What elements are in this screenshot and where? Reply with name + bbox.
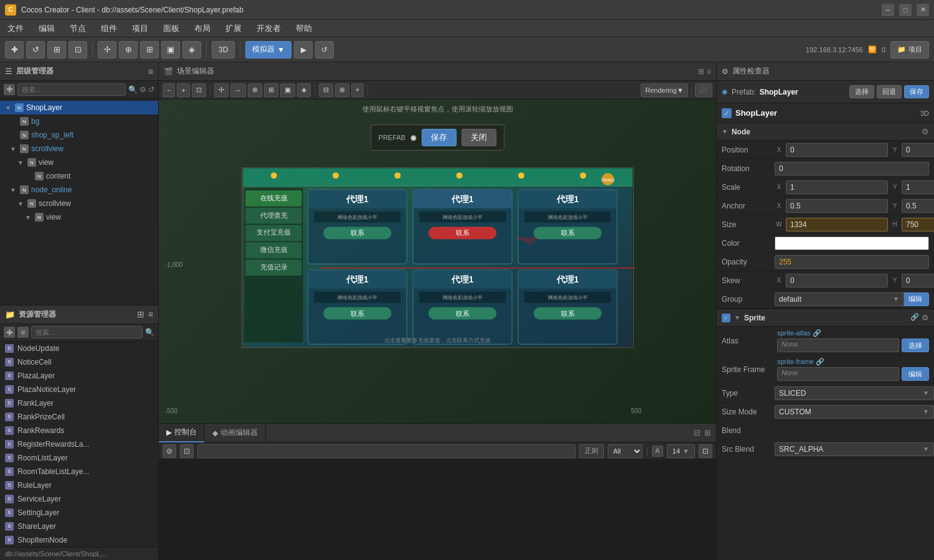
tab-console[interactable]: ▶ 控制台 <box>159 424 205 442</box>
section-gear-icon[interactable]: ⚙ <box>922 127 929 136</box>
menu-panel[interactable]: 面板 <box>161 22 182 35</box>
rotation-input[interactable] <box>775 162 929 175</box>
menu-file[interactable]: 文件 <box>5 22 26 35</box>
scene-menu-btn[interactable]: ≡ <box>707 67 711 76</box>
asset-registerrewards[interactable]: S RegisterRewardsLa... <box>0 437 158 451</box>
group-edit-btn[interactable]: 编辑 <box>902 292 929 306</box>
project-button[interactable]: 📁 项目 <box>890 41 929 58</box>
group-select[interactable]: default <box>775 292 904 306</box>
scene-tool-1[interactable]: ✢ <box>214 83 229 97</box>
tree-node-view-1[interactable]: ▼ N view <box>0 156 158 169</box>
sprite-frame-link[interactable]: sprite-frame 🔗 <box>777 358 824 366</box>
scene-tool-3[interactable]: ⊕ <box>248 83 262 97</box>
play-button[interactable]: ▶ <box>294 41 313 58</box>
save-dialog-close-btn[interactable]: 关闭 <box>461 129 496 146</box>
scale-x-input[interactable] <box>786 180 888 194</box>
3d-button[interactable]: 3D <box>212 41 235 58</box>
scene-tool-9[interactable]: ⌖ <box>351 83 364 97</box>
anchor-y-input[interactable] <box>902 199 934 213</box>
tree-node-node-online[interactable]: ▼ N node_online <box>0 183 158 197</box>
assets-expand-btn[interactable]: ⊞ <box>137 309 144 319</box>
opacity-input[interactable] <box>775 255 929 269</box>
sprite-gear-icon[interactable]: ⚙ <box>922 313 929 322</box>
reload-button[interactable]: ↺ <box>315 41 334 58</box>
node-checkbox[interactable]: ✓ <box>722 108 732 118</box>
hierarchy-add-button[interactable]: ✚ <box>4 84 15 95</box>
position-y-input[interactable] <box>902 143 934 157</box>
src-blend-select[interactable]: SRC_ALPHA ONE ZERO <box>775 442 934 456</box>
hierarchy-search-input[interactable] <box>17 83 126 96</box>
size-mode-select[interactable]: CUSTOM TRIMMED RAW <box>775 405 934 419</box>
assets-search-icon[interactable]: 🔍 <box>145 328 154 337</box>
sprite-checkbox[interactable]: ✓ <box>722 314 730 322</box>
scene-header-btn[interactable]: ⊞ <box>698 67 704 76</box>
tree-node-shop-sp-left[interactable]: N shop_sp_left <box>0 128 158 142</box>
assets-menu[interactable]: ≡ <box>148 309 153 319</box>
font-size-icon[interactable]: A <box>652 446 663 457</box>
scene-tool-8[interactable]: ⊕ <box>335 83 349 97</box>
asset-ranklayer[interactable]: S RankLayer <box>0 396 158 410</box>
revert-prefab-btn[interactable]: 回退 <box>877 85 902 98</box>
maximize-button[interactable]: □ <box>899 4 912 16</box>
asset-rankrewards[interactable]: S RankRewards <box>0 424 158 437</box>
asset-sharelayer[interactable]: S ShareLayer <box>0 520 158 533</box>
scene-tool-4[interactable]: ⊞ <box>264 83 278 97</box>
assets-sort-button[interactable]: ≡ <box>17 327 29 338</box>
console-settings-btn[interactable]: ⊡ <box>699 444 712 458</box>
rendering-btn[interactable]: Rendering ▼ <box>641 83 688 97</box>
tree-node-bg[interactable]: N bg <box>0 114 158 128</box>
console-filter-input[interactable] <box>197 444 575 458</box>
scale-y-input[interactable] <box>902 180 934 194</box>
size-h-input[interactable] <box>902 218 934 231</box>
regex-toggle[interactable]: 正则 <box>579 444 604 458</box>
tree-node-view-2[interactable]: ▼ N view <box>0 210 158 224</box>
asset-servicelayer[interactable]: S ServiceLayer <box>0 492 158 506</box>
menu-help[interactable]: 帮助 <box>293 22 314 35</box>
camera-btn[interactable]: 🎥 <box>695 83 712 97</box>
asset-nodeupdate[interactable]: S NodeUpdate <box>0 342 158 355</box>
node-section-header[interactable]: ▼ Node ⚙ <box>717 123 934 141</box>
scene-tool-7[interactable]: ⊟ <box>319 83 333 97</box>
tree-node-scrollview-2[interactable]: ▼ N scrollview <box>0 197 158 210</box>
asset-plazalayer[interactable]: S PlazaLayer <box>0 369 158 383</box>
font-size-select[interactable]: 14▼ <box>667 444 695 458</box>
sprite-frame-edit-btn[interactable]: 编辑 <box>902 367 929 381</box>
save-prefab-btn[interactable]: 保存 <box>904 85 929 98</box>
zoom-in-btn[interactable]: + <box>177 83 189 97</box>
type-select[interactable]: SLICED SIMPLE TILED FILLED <box>775 386 934 400</box>
position-x-input[interactable] <box>786 143 888 157</box>
log-level-select[interactable]: All Log Warn Error <box>608 444 643 458</box>
minimize-button[interactable]: ─ <box>882 4 894 16</box>
clear-console-btn[interactable]: ⊘ <box>163 444 176 458</box>
scene-tool-2[interactable]: ↔ <box>230 83 246 97</box>
close-button[interactable]: ✕ <box>917 4 929 16</box>
scale-button[interactable]: ⊞ <box>140 41 159 58</box>
scene-tool-6[interactable]: ◈ <box>297 83 311 97</box>
simulator-button[interactable]: 模拟器 ▼ <box>245 41 291 58</box>
rect-button[interactable]: ▣ <box>161 41 180 58</box>
zoom-out-btn[interactable]: − <box>163 83 175 97</box>
copy-console-btn[interactable]: ⊡ <box>180 444 194 458</box>
atlas-select-btn[interactable]: 选择 <box>902 338 929 352</box>
asset-plazanoticelayer[interactable]: S PlazaNoticeLayer <box>0 383 158 396</box>
refresh-button[interactable]: ↺ <box>26 41 45 58</box>
menu-component[interactable]: 组件 <box>98 22 120 35</box>
scene-tool-5[interactable]: ▣ <box>280 83 295 97</box>
anchor-x-input[interactable] <box>786 199 888 213</box>
tab-animation[interactable]: ◆ 动画编辑器 <box>205 424 266 442</box>
menu-developer[interactable]: 开发者 <box>254 22 283 35</box>
search-icon[interactable]: 🔍 <box>128 85 138 94</box>
zoom-fit-btn[interactable]: ⊡ <box>192 83 206 97</box>
menu-extend[interactable]: 扩展 <box>223 22 244 35</box>
sprite-atlas-link[interactable]: sprite-atlas 🔗 <box>777 329 821 337</box>
color-swatch[interactable] <box>775 236 929 250</box>
rotate-button[interactable]: ⊕ <box>119 41 138 58</box>
sprite-section-header[interactable]: ✓ ▼ Sprite 🔗 ⚙ <box>717 309 934 327</box>
tree-node-shoplayer[interactable]: ▼ N ShopLayer <box>0 101 158 114</box>
center-button[interactable]: ⊞ <box>47 41 66 58</box>
select-prefab-btn[interactable]: 选择 <box>849 85 874 98</box>
maximize-panel-icon[interactable]: ⊞ <box>704 428 711 437</box>
menu-edit[interactable]: 编辑 <box>36 22 57 35</box>
fit-button[interactable]: ⊡ <box>68 41 87 58</box>
menu-project[interactable]: 项目 <box>130 22 151 35</box>
